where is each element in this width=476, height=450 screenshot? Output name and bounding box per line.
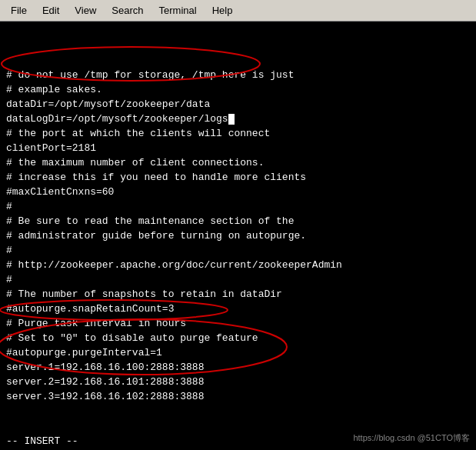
line-text: # the port at which the clients will con… — [6, 127, 270, 142]
editor-line: #maxClientCnxns=60 — [6, 185, 470, 200]
editor-line: # administrator guide before turning on … — [6, 229, 470, 244]
line-text: server.3=192.168.16.102:2888:3888 — [6, 390, 204, 405]
line-text: # Purge task interval in hours — [6, 317, 186, 332]
line-text: # administrator guide before turning on … — [6, 229, 306, 244]
editor-line: #autopurge.snapRetainCount=3 — [6, 302, 470, 317]
line-text: dataDir=/opt/mysoft/zookeeper/data — [6, 98, 210, 112]
line-text: clientPort=2181 — [6, 142, 96, 156]
menu-view[interactable]: View — [67, 0, 104, 21]
text-cursor — [228, 114, 235, 125]
editor-line: server.3=192.168.16.102:2888:3888 — [6, 390, 470, 405]
editor-line: # The number of snapshots to retain in d… — [6, 288, 470, 302]
editor-line: dataDir=/opt/mysoft/zookeeper/data — [6, 98, 470, 112]
editor-line: # the maximum number of client connectio… — [6, 156, 470, 171]
editor-line: # Be sure to read the maintenance sectio… — [6, 215, 470, 229]
menu-edit[interactable]: Edit — [35, 0, 67, 21]
line-text: # increase this if you need to handle mo… — [6, 171, 306, 185]
insert-mode-label: -- INSERT -- — [6, 435, 78, 447]
line-text: # Be sure to read the maintenance sectio… — [6, 215, 294, 229]
editor-line: # — [6, 273, 470, 288]
editor-line: server.1=192.168.16.100:2888:3888 — [6, 361, 470, 375]
editor-line: # do not use /tmp for storage, /tmp here… — [6, 68, 470, 83]
menu-bar: File Edit View Search Terminal Help — [0, 0, 476, 22]
editor-line: # the port at which the clients will con… — [6, 127, 470, 142]
editor-line: # — [6, 200, 470, 215]
editor-line: server.2=192.168.16.101:2888:3888 — [6, 375, 470, 390]
line-text: server.1=192.168.16.100:2888:3888 — [6, 361, 204, 375]
menu-help[interactable]: Help — [205, 0, 241, 21]
editor-line: # — [6, 244, 470, 258]
watermark: https://blog.csdn @51CTO博客 — [353, 432, 470, 444]
editor-line: # increase this if you need to handle mo… — [6, 171, 470, 185]
line-text: # example sakes. — [6, 83, 102, 98]
editor-content: # do not use /tmp for storage, /tmp here… — [6, 25, 470, 405]
line-text: # The number of snapshots to retain in d… — [6, 288, 282, 302]
status-bar: -- INSERT -- — [6, 435, 78, 447]
line-text: # — [6, 200, 12, 215]
editor-line: #autopurge.purgeInterval=1 — [6, 346, 470, 361]
line-text: #autopurge.purgeInterval=1 — [6, 346, 162, 361]
line-text: # — [6, 244, 12, 258]
line-text: #maxClientCnxns=60 — [6, 185, 114, 200]
editor-line: clientPort=2181 — [6, 142, 470, 156]
line-text: # do not use /tmp for storage, /tmp here… — [6, 68, 294, 83]
editor-area[interactable]: # do not use /tmp for storage, /tmp here… — [0, 22, 476, 450]
line-text: dataLogDir=/opt/mysoft/zookeeper/logs — [6, 112, 228, 127]
menu-terminal[interactable]: Terminal — [151, 0, 205, 21]
line-text: # — [6, 273, 12, 288]
menu-file[interactable]: File — [3, 0, 35, 21]
editor-line: dataLogDir=/opt/mysoft/zookeeper/logs — [6, 112, 470, 127]
line-text: # http://zookeeper.apache.org/doc/curren… — [6, 258, 342, 273]
line-text: # Set to "0" to disable auto purge featu… — [6, 332, 258, 346]
menu-search[interactable]: Search — [104, 0, 151, 21]
line-text: #autopurge.snapRetainCount=3 — [6, 302, 174, 317]
line-text: # the maximum number of client connectio… — [6, 156, 264, 171]
editor-line: # http://zookeeper.apache.org/doc/curren… — [6, 258, 470, 273]
line-text: server.2=192.168.16.101:2888:3888 — [6, 375, 204, 390]
editor-line: # Purge task interval in hours — [6, 317, 470, 332]
editor-line: # example sakes. — [6, 83, 470, 98]
editor-line: # Set to "0" to disable auto purge featu… — [6, 332, 470, 346]
